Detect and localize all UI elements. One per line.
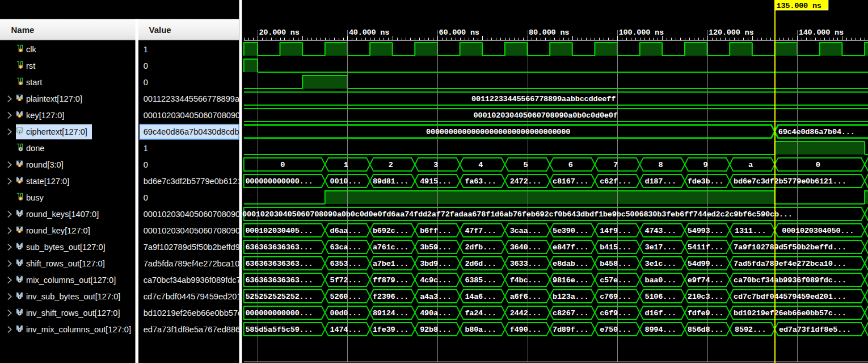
svg-text:7a9f102789d5f50b2beffd...: 7a9f102789d5f50b2beffd... xyxy=(734,243,846,252)
svg-text:bd6e7c3df2b5779e0b6121...: bd6e7c3df2b5779e0b6121... xyxy=(734,177,846,186)
svg-text:b80a...: b80a... xyxy=(465,326,496,334)
svg-text:inv_shift_rows_out[127:0]: inv_shift_rows_out[127:0] xyxy=(26,308,120,318)
svg-text:0: 0 xyxy=(144,61,148,70)
svg-text:5411f...: 5411f... xyxy=(688,243,724,252)
svg-text:f4bc...: f4bc... xyxy=(510,276,542,285)
svg-text:0: 0 xyxy=(144,193,148,202)
svg-text:c8167...: c8167... xyxy=(553,177,589,186)
svg-text:0: 0 xyxy=(280,161,285,169)
svg-text:state[127:0]: state[127:0] xyxy=(26,177,69,186)
svg-text:3e17...: 3e17... xyxy=(645,243,677,252)
svg-text:9816e...: 9816e... xyxy=(553,276,589,285)
svg-text:0010...: 0010... xyxy=(330,177,362,186)
svg-text:3: 3 xyxy=(433,161,438,169)
svg-text:done: done xyxy=(26,144,44,153)
svg-text:636363636363...: 636363636363... xyxy=(245,260,313,268)
svg-text:7ad5fda789ef4e272bca10...: 7ad5fda789ef4e272bca10... xyxy=(734,260,846,268)
svg-text:f490...: f490... xyxy=(510,326,542,334)
svg-text:585d5a5f5c59...: 585d5a5f5c59... xyxy=(245,326,313,334)
svg-text:4915...: 4915... xyxy=(420,177,452,186)
svg-text:0: 0 xyxy=(144,78,148,87)
svg-text:2d6d...: 2d6d... xyxy=(465,260,496,268)
svg-text:e847f...: e847f... xyxy=(553,243,589,252)
svg-text:a761c...: a761c... xyxy=(373,243,409,252)
svg-text:fa24...: fa24... xyxy=(465,309,496,318)
svg-text:525252525252...: 525252525252... xyxy=(245,293,313,301)
svg-text:d187...: d187... xyxy=(645,177,677,186)
svg-text:1: 1 xyxy=(344,161,348,169)
svg-text:0: 0 xyxy=(816,161,820,169)
svg-text:busy: busy xyxy=(26,193,44,202)
svg-text:1: 1 xyxy=(144,144,148,153)
svg-text:636363636363...: 636363636363... xyxy=(245,243,313,252)
svg-text:1: 1 xyxy=(144,45,148,54)
svg-text:rst: rst xyxy=(26,61,35,70)
svg-text:636363636363...: 636363636363... xyxy=(245,276,313,285)
svg-text:inv_sub_bytes_out[127:0]: inv_sub_bytes_out[127:0] xyxy=(26,292,120,301)
svg-text:d6aa...: d6aa... xyxy=(330,227,362,235)
svg-text:856d8...: 856d8... xyxy=(688,326,724,334)
svg-text:c6f9...: c6f9... xyxy=(600,309,631,318)
svg-text:c8267...: c8267... xyxy=(553,309,589,318)
svg-text:bd10219ef26eb66e0bb57c...: bd10219ef26eb66e0bb57c... xyxy=(734,309,846,318)
svg-text:clk: clk xyxy=(26,45,37,54)
svg-text:c57e...: c57e... xyxy=(600,276,631,285)
svg-text:210c3...: 210c3... xyxy=(688,293,724,301)
svg-text:a: a xyxy=(748,161,753,169)
svg-text:00d0...: 00d0... xyxy=(330,309,362,318)
svg-text:54993...: 54993... xyxy=(688,227,724,235)
svg-text:mix_columns_out[127:0]: mix_columns_out[127:0] xyxy=(26,276,116,285)
svg-text:start: start xyxy=(26,78,42,87)
svg-text:63ca...: 63ca... xyxy=(330,243,362,252)
svg-text:100.000 ns: 100.000 ns xyxy=(619,28,664,37)
svg-text:5: 5 xyxy=(524,161,528,169)
svg-text:b415...: b415... xyxy=(600,243,631,252)
svg-text:0001020304050...: 0001020304050... xyxy=(782,227,854,235)
svg-text:round[3:0]: round[3:0] xyxy=(26,160,64,169)
svg-text:e750...: e750... xyxy=(600,326,631,334)
svg-text:40.000 ns: 40.000 ns xyxy=(349,28,390,37)
svg-text:round_keys[1407:0]: round_keys[1407:0] xyxy=(26,210,99,219)
svg-text:3b59...: 3b59... xyxy=(420,243,452,252)
svg-text:2442...: 2442... xyxy=(510,309,542,318)
svg-text:2dfb...: 2dfb... xyxy=(465,243,496,252)
svg-text:000102030405060708090a0b0c0d0e: 000102030405060708090a0b0c0d0e0fd6aa74fd… xyxy=(242,210,793,219)
svg-text:Name: Name xyxy=(11,25,35,35)
svg-text:9: 9 xyxy=(703,161,708,169)
svg-text:ed7a73f1df8e5...: ed7a73f1df8e5... xyxy=(779,326,851,334)
svg-text:140.000 ns: 140.000 ns xyxy=(799,28,844,37)
svg-text:120.000 ns: 120.000 ns xyxy=(709,28,754,37)
svg-text:d16f...: d16f... xyxy=(645,309,677,318)
svg-text:14a6...: 14a6... xyxy=(465,293,496,301)
svg-text:2: 2 xyxy=(389,161,393,169)
svg-text:sub_bytes_out[127:0]: sub_bytes_out[127:0] xyxy=(26,243,106,252)
svg-text:69c4e0d86a7b04...: 69c4e0d86a7b04... xyxy=(778,128,855,136)
svg-text:b6ff...: b6ff... xyxy=(420,227,452,235)
svg-text:a7be1...: a7be1... xyxy=(373,260,409,268)
svg-text:54d99...: 54d99... xyxy=(688,260,724,268)
svg-text:e8dab...: e8dab... xyxy=(553,260,589,268)
svg-text:1474...: 1474... xyxy=(330,326,362,334)
svg-text:5260...: 5260... xyxy=(330,293,362,301)
svg-text:000000000000...: 000000000000... xyxy=(245,309,313,318)
svg-text:8: 8 xyxy=(658,161,663,169)
svg-text:c769...: c769... xyxy=(600,293,631,301)
svg-text:7: 7 xyxy=(613,161,618,169)
svg-text:1311...: 1311... xyxy=(735,227,766,235)
svg-text:c62f...: c62f... xyxy=(600,177,631,186)
svg-text:ca70bcf34ab9936f089fdc...: ca70bcf34ab9936f089fdc... xyxy=(734,276,846,285)
svg-text:plaintext[127:0]: plaintext[127:0] xyxy=(26,94,82,103)
svg-text:fa63...: fa63... xyxy=(465,177,496,186)
svg-text:3bd9...: 3bd9... xyxy=(420,260,452,268)
svg-text:fdfe9...: fdfe9... xyxy=(688,309,724,318)
svg-text:000000000000000000000000000000: 00000000000000000000000000000000 xyxy=(426,128,570,136)
svg-text:135.000 ns: 135.000 ns xyxy=(777,2,822,10)
svg-text:inv_mix_columns_out[127:0]: inv_mix_columns_out[127:0] xyxy=(26,325,131,334)
svg-text:3640...: 3640... xyxy=(510,243,542,252)
svg-text:8592...: 8592... xyxy=(735,326,766,334)
svg-text:60.000 ns: 60.000 ns xyxy=(439,28,480,37)
svg-text:7d89f...: 7d89f... xyxy=(553,326,589,334)
svg-text:b692c...: b692c... xyxy=(373,227,409,235)
svg-text:key[127:0]: key[127:0] xyxy=(26,111,64,120)
svg-text:shift_rows_out[127:0]: shift_rows_out[127:0] xyxy=(26,259,105,268)
